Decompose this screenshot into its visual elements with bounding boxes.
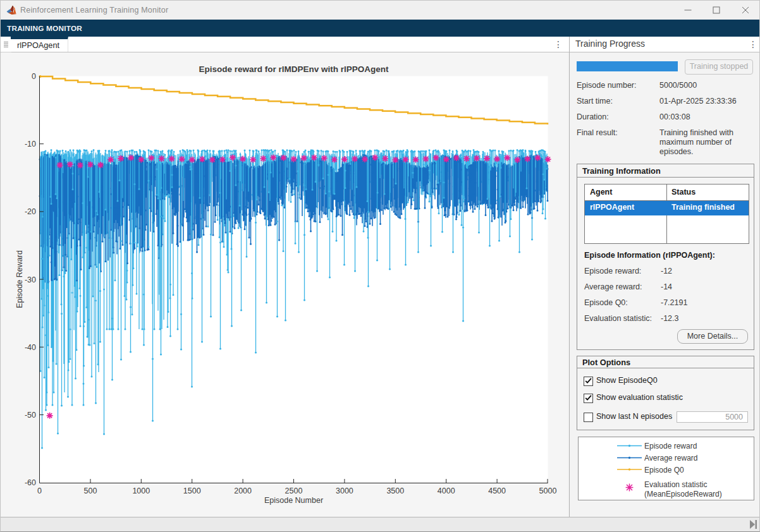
svg-text:-40: -40 [25,343,36,352]
svg-text:Evaluation statistic: Evaluation statistic [644,480,707,489]
svg-text:Episode reward: Episode reward [644,442,697,450]
svg-text:1500: 1500 [183,487,201,495]
svg-text:Average reward: Average reward [644,454,698,462]
svg-text:-30: -30 [25,275,36,284]
svg-text:5000: 5000 [539,487,557,495]
svg-text:Episode Reward: Episode Reward [15,250,24,308]
svg-text:Episode Q0: Episode Q0 [644,466,684,475]
svg-text:-20: -20 [25,207,36,216]
svg-text:Episode Number: Episode Number [264,496,323,505]
svg-text:1000: 1000 [132,487,150,495]
svg-text:(MeanEpisodeReward): (MeanEpisodeReward) [644,490,722,499]
svg-text:0: 0 [37,487,42,495]
svg-text:2000: 2000 [234,487,252,495]
svg-text:500: 500 [84,487,97,495]
svg-text:4500: 4500 [488,487,506,495]
svg-text:0: 0 [32,72,36,81]
svg-text:3500: 3500 [386,487,404,495]
svg-text:4000: 4000 [438,487,455,495]
svg-text:-50: -50 [25,411,36,420]
svg-text:-60: -60 [25,478,36,487]
svg-text:-10: -10 [25,140,36,148]
svg-text:2500: 2500 [285,487,303,495]
svg-text:Episode reward for rlMDPEnv wi: Episode reward for rlMDPEnv with rlPPOAg… [199,64,389,74]
svg-text:3000: 3000 [336,487,353,495]
